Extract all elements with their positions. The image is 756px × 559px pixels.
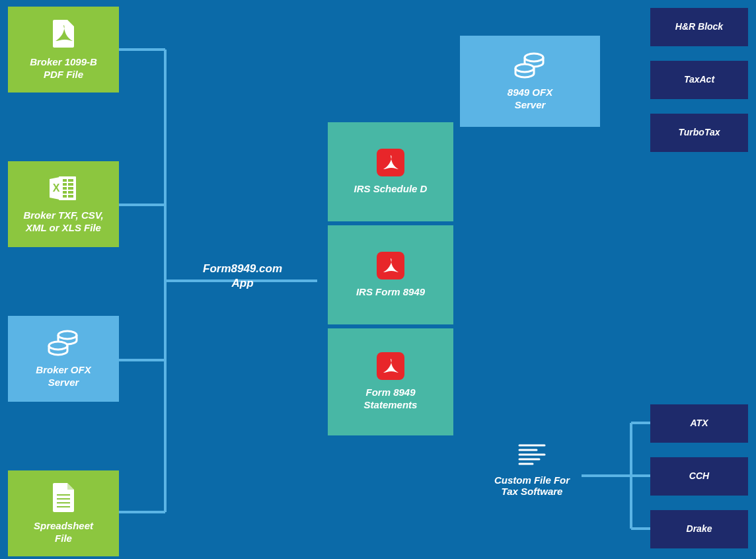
input-label: Broker 1099-BPDF File <box>30 56 97 81</box>
output-schedule-d: IRS Schedule D <box>328 122 453 221</box>
tax-label: H&R Block <box>675 21 723 33</box>
input-label: Broker TXF, CSV,XML or XLS File <box>23 209 103 235</box>
pdf-icon <box>377 149 404 176</box>
pdf-icon <box>377 252 404 280</box>
input-broker-1099b-pdf: Broker 1099-BPDF File <box>8 7 119 93</box>
server-coins-icon <box>48 328 79 357</box>
output-custom-file: Custom File ForTax Software <box>476 443 588 497</box>
output-label: 8949 OFXServer <box>508 87 552 112</box>
output-label: IRS Schedule D <box>354 183 428 196</box>
input-label: SpreadsheetFile <box>34 520 93 545</box>
tax-software-taxact: TaxAct <box>650 61 748 99</box>
svg-point-13 <box>49 342 67 350</box>
tax-software-hrblock: H&R Block <box>650 8 748 46</box>
svg-point-18 <box>525 54 543 61</box>
input-broker-ofx-server: Broker OFXServer <box>8 316 119 402</box>
input-label: Broker OFXServer <box>36 364 91 389</box>
pro-software-drake: Drake <box>650 510 748 548</box>
file-icon <box>50 482 77 513</box>
svg-text:X: X <box>53 182 60 194</box>
pro-label: Drake <box>687 523 712 535</box>
output-label: Custom File ForTax Software <box>476 474 588 497</box>
output-label: IRS Form 8949 <box>356 286 425 299</box>
pro-label: CCH <box>689 470 709 482</box>
input-spreadsheet-file: SpreadsheetFile <box>8 470 119 556</box>
svg-rect-6 <box>68 187 73 190</box>
output-label: Form 8949Statements <box>364 387 418 412</box>
output-form-8949: IRS Form 8949 <box>328 225 453 324</box>
svg-rect-8 <box>68 191 73 194</box>
app-label: Form8949.comApp <box>193 262 292 291</box>
tax-software-turbotax: TurboTax <box>650 114 748 152</box>
document-lines-icon <box>476 443 588 468</box>
tax-label: TurboTax <box>678 127 720 139</box>
server-coins-icon <box>514 51 546 80</box>
pro-label: ATX <box>691 418 708 429</box>
diagram-canvas: Broker 1099-BPDF File X Broker TXF, CSV,… <box>0 0 756 559</box>
pro-software-cch: CCH <box>650 457 748 496</box>
pro-software-atx: ATX <box>650 404 748 443</box>
svg-rect-2 <box>68 179 73 182</box>
svg-point-12 <box>58 331 77 339</box>
output-8949-ofx-server: 8949 OFXServer <box>460 36 600 127</box>
excel-icon: X <box>48 174 79 203</box>
output-form-8949-statements: Form 8949Statements <box>328 328 453 435</box>
svg-rect-4 <box>68 183 73 186</box>
input-broker-txf-csv: X Broker TXF, CSV,XML or XLS File <box>8 161 119 247</box>
pdf-icon <box>48 18 79 50</box>
svg-rect-10 <box>68 195 73 198</box>
pdf-icon <box>377 352 404 380</box>
tax-label: TaxAct <box>684 74 714 86</box>
svg-point-19 <box>515 64 534 72</box>
